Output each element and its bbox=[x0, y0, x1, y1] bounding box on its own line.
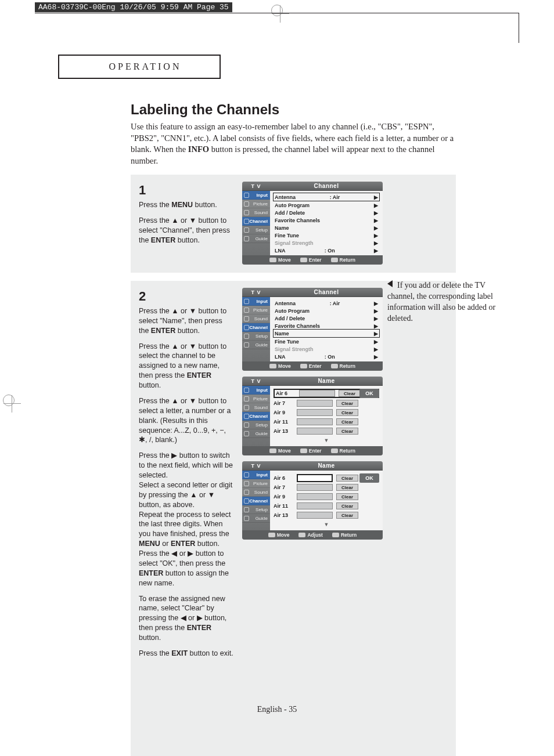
b: ENTER bbox=[187, 371, 211, 379]
scroll-down-icon: ▼ bbox=[274, 437, 379, 443]
t: button. bbox=[193, 201, 217, 209]
ok-button[interactable]: OK bbox=[359, 473, 379, 483]
b: EXIT bbox=[171, 649, 188, 657]
osd-footer: Move Enter Return bbox=[242, 255, 383, 265]
menu-bold: MENU bbox=[171, 201, 193, 209]
step-2-number: 2 bbox=[139, 288, 234, 305]
footer-enter: Enter bbox=[309, 257, 322, 263]
osd-row-antenna: Antenna: Air▶ bbox=[273, 193, 380, 201]
move-icon bbox=[269, 258, 276, 262]
b: ENTER bbox=[151, 327, 175, 335]
osd-row-signal: Signal Strength▶ bbox=[274, 239, 379, 247]
osd-side-input: Input bbox=[242, 191, 270, 200]
t: Press the ▲ or ▼ button to select a lett… bbox=[139, 396, 234, 445]
osd-row-lna: LNA: On▶ bbox=[274, 247, 379, 254]
step-1-number: 1 bbox=[139, 182, 234, 199]
t: Press the bbox=[139, 201, 171, 209]
print-header: AA68-03739C-00Eng 10/26/05 9:59 AM Page … bbox=[35, 2, 232, 12]
page-title: Labeling the Channels bbox=[131, 102, 456, 118]
crop-mark-top bbox=[268, 0, 286, 17]
osd-side-channel: Channel bbox=[242, 217, 270, 226]
osd-side-setup: Setup bbox=[242, 226, 270, 234]
osd-side-picture: Picture bbox=[242, 200, 270, 208]
osd-name-edit-field: T V Name Input Picture Sound Channel Set… bbox=[242, 461, 383, 540]
osd-sidebar: Input Picture Sound Channel Setup Guide bbox=[242, 191, 270, 255]
b: ENTER bbox=[139, 569, 163, 577]
footer-return: Return bbox=[340, 257, 355, 263]
side-note-text: If you add or delete the TV channel, the… bbox=[387, 281, 495, 323]
osd-tv-label: T V bbox=[242, 182, 270, 190]
step-2-block: 2 Press the ▲ or ▼ button to select "Nam… bbox=[131, 281, 456, 756]
osd-row-favorite: Favorite Channels▶ bbox=[274, 216, 379, 224]
t: button. bbox=[175, 327, 200, 335]
enter-bold: ENTER bbox=[151, 236, 175, 244]
b: MENU bbox=[139, 540, 160, 548]
t: button. bbox=[175, 236, 200, 244]
osd-row-finetune: Fine Tune▶ bbox=[274, 231, 379, 239]
osd-row-name: Name▶ bbox=[274, 224, 379, 231]
clear-button[interactable]: Clear bbox=[339, 390, 361, 397]
corner-rule-h bbox=[35, 13, 519, 13]
intro-info-bold: INFO bbox=[188, 144, 209, 154]
osd-title: Channel bbox=[270, 288, 383, 296]
section-label: OPERATION bbox=[58, 55, 221, 79]
scroll-down-icon: ▼ bbox=[274, 522, 379, 527]
left-triangle-icon bbox=[387, 280, 393, 287]
t: button. bbox=[139, 634, 161, 642]
osd-row-adddelete: Add / Delete▶ bbox=[274, 209, 379, 216]
enter-icon bbox=[300, 258, 307, 262]
t: Press the ▲ or ▼ button to select the ch… bbox=[139, 342, 226, 380]
step-1-text: 1 Press the MENU button. Press the ▲ or … bbox=[139, 182, 234, 265]
b: ENTER bbox=[187, 624, 211, 632]
name-field-active[interactable] bbox=[297, 474, 333, 482]
intro-paragraph: Use this feature to assign an easy-to-re… bbox=[131, 121, 456, 167]
t: Repeat the process to select the last th… bbox=[139, 511, 231, 538]
osd-side-sound: Sound bbox=[242, 208, 270, 217]
corner-rule-v bbox=[519, 13, 519, 43]
osd-channel-name-hl: T V Channel Input Picture Sound Channel … bbox=[242, 288, 383, 371]
osd-tv-label: T V bbox=[242, 288, 270, 296]
t: To erase the assigned new name, select "… bbox=[139, 595, 226, 632]
t: Press the ▶ button to switch to the next… bbox=[139, 451, 233, 479]
step-2-text: 2 Press the ▲ or ▼ button to select "Nam… bbox=[139, 288, 234, 748]
osd-channel-antenna: T V Channel Input Picture Sound Channel … bbox=[242, 182, 383, 265]
b: ENTER bbox=[171, 540, 195, 548]
osd-name-select-channel: T V Name Input Picture Sound Channel Set… bbox=[242, 377, 383, 455]
t: Press the bbox=[139, 649, 171, 657]
page-footer: English - 35 bbox=[0, 705, 554, 714]
t: button. bbox=[139, 381, 161, 389]
ok-button[interactable]: OK bbox=[359, 389, 379, 398]
footer-move: Move bbox=[278, 257, 291, 263]
return-icon bbox=[331, 258, 338, 262]
t: Select a second letter or digit by press… bbox=[139, 481, 232, 509]
t: or bbox=[160, 540, 171, 548]
crop-mark-left bbox=[0, 395, 17, 412]
t: button to exit. bbox=[188, 649, 233, 657]
osd-title: Channel bbox=[270, 182, 383, 190]
step-1-block: 1 Press the MENU button. Press the ▲ or … bbox=[131, 175, 456, 273]
osd-side-guide: Guide bbox=[242, 234, 270, 243]
side-note: If you add or delete the TV channel, the… bbox=[387, 280, 503, 324]
osd-row-autoprogram: Auto Program▶ bbox=[274, 201, 379, 209]
